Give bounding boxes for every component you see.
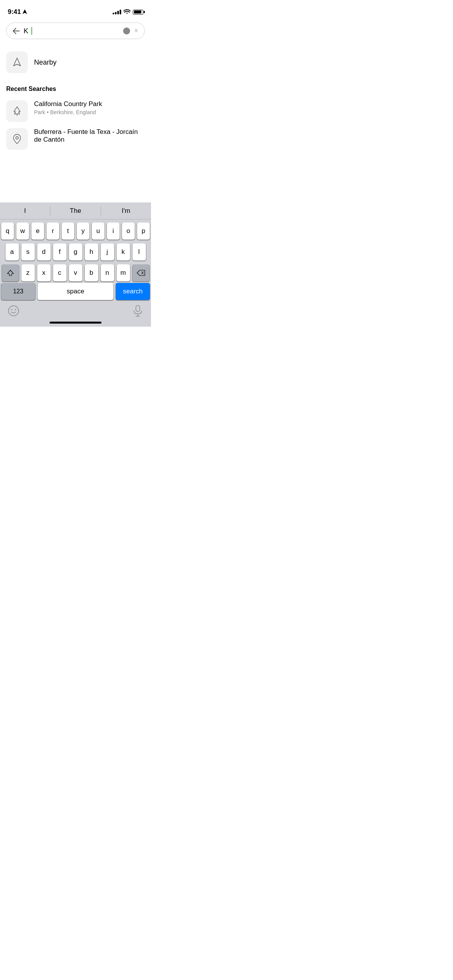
key-y[interactable]: y (77, 223, 89, 240)
back-button[interactable] (13, 28, 20, 34)
search-input[interactable]: K (24, 27, 119, 35)
wifi-icon (124, 9, 130, 15)
recent-item-0-title: California Country Park (34, 100, 102, 108)
keyboard-bottom-row: 123 space search (0, 283, 151, 302)
nearby-icon-box (6, 51, 28, 73)
key-x[interactable]: x (37, 264, 51, 281)
key-row-1: q w e r t y u i o p (1, 223, 150, 240)
predictive-bar: I The I'm (0, 202, 151, 219)
key-e[interactable]: e (31, 223, 44, 240)
svg-point-3 (9, 306, 19, 316)
search-cursor (31, 27, 32, 35)
status-time: 9:41 (8, 8, 27, 16)
key-o[interactable]: o (122, 223, 135, 240)
key-row-2: a s d f g h j k l (1, 243, 150, 260)
search-text-value: K (24, 27, 28, 34)
key-space[interactable]: space (38, 283, 113, 300)
key-h[interactable]: h (85, 243, 98, 260)
recent-searches-header: Recent Searches (6, 86, 145, 93)
mic-icon (132, 305, 143, 317)
key-q[interactable]: q (1, 223, 14, 240)
location-arrow-icon (22, 9, 27, 15)
delete-key[interactable] (132, 264, 149, 281)
recent-item-1-title: Buferrera - Fuente la Texa - Jorcaín de … (34, 128, 145, 144)
predictive-word-0[interactable]: I (0, 207, 50, 215)
delete-icon (137, 270, 145, 276)
key-m[interactable]: m (117, 264, 130, 281)
recent-item-1-text: Buferrera - Fuente la Texa - Jorcaín de … (34, 128, 145, 144)
search-bar[interactable]: K × (6, 22, 145, 39)
key-s[interactable]: s (21, 243, 35, 260)
signal-bars-icon (113, 10, 121, 14)
tree-icon (12, 106, 22, 116)
navigation-icon (12, 57, 22, 67)
search-bar-container: K × (0, 19, 151, 45)
recent-item-0-text: California Country Park Park • Berkshire… (34, 100, 102, 115)
key-f[interactable]: f (53, 243, 67, 260)
home-bar (50, 322, 101, 324)
key-c[interactable]: c (53, 264, 67, 281)
emoji-mic-bar (0, 302, 151, 322)
emoji-button[interactable] (8, 305, 19, 318)
battery-icon (133, 10, 143, 15)
home-indicator (0, 322, 151, 327)
status-bar: 9:41 (0, 0, 151, 19)
key-i[interactable]: i (107, 223, 120, 240)
key-l[interactable]: l (132, 243, 146, 260)
key-w[interactable]: w (16, 223, 29, 240)
emoji-icon (8, 305, 19, 317)
key-p[interactable]: p (137, 223, 150, 240)
recent-item-1[interactable]: Buferrera - Fuente la Texa - Jorcaín de … (6, 125, 145, 153)
shift-key[interactable] (2, 264, 19, 281)
key-t[interactable]: t (62, 223, 74, 240)
key-n[interactable]: n (101, 264, 114, 281)
key-r[interactable]: r (46, 223, 59, 240)
nearby-item[interactable]: Nearby (6, 48, 145, 76)
pin-icon (12, 134, 22, 144)
svg-rect-6 (136, 305, 140, 312)
keyboard: I The I'm q w e r t y u i o p a s d f g … (0, 202, 151, 327)
key-g[interactable]: g (69, 243, 82, 260)
key-k[interactable]: k (117, 243, 130, 260)
predictive-word-1[interactable]: The (50, 207, 100, 215)
search-mic-icon (123, 27, 130, 34)
recent-item-0-subtitle: Park • Berkshire, England (34, 109, 102, 115)
key-a[interactable]: a (5, 243, 19, 260)
search-clear-button[interactable]: × (134, 27, 138, 35)
recent-item-0[interactable]: California Country Park Park • Berkshire… (6, 97, 145, 125)
key-123[interactable]: 123 (1, 283, 35, 300)
park-icon-box (6, 100, 28, 122)
location-icon-box (6, 128, 28, 150)
nearby-section: Nearby (0, 45, 151, 79)
svg-point-0 (127, 13, 128, 14)
svg-point-4 (11, 309, 12, 310)
keyboard-rows: q w e r t y u i o p a s d f g h j k l (0, 219, 151, 283)
nearby-label: Nearby (34, 58, 57, 67)
key-v[interactable]: v (69, 264, 82, 281)
key-d[interactable]: d (37, 243, 51, 260)
key-j[interactable]: j (101, 243, 114, 260)
key-z[interactable]: z (21, 264, 35, 281)
predictive-word-2[interactable]: I'm (101, 207, 151, 215)
status-icons (113, 9, 143, 15)
svg-point-5 (15, 309, 16, 310)
shift-icon (7, 269, 14, 276)
key-search[interactable]: search (116, 283, 150, 300)
key-b[interactable]: b (85, 264, 98, 281)
recent-searches-section: Recent Searches California Country Park … (0, 79, 151, 156)
svg-point-2 (16, 137, 19, 139)
key-row-3: z x c v b n m (1, 264, 150, 281)
key-u[interactable]: u (92, 223, 105, 240)
mic-button[interactable] (132, 305, 143, 319)
